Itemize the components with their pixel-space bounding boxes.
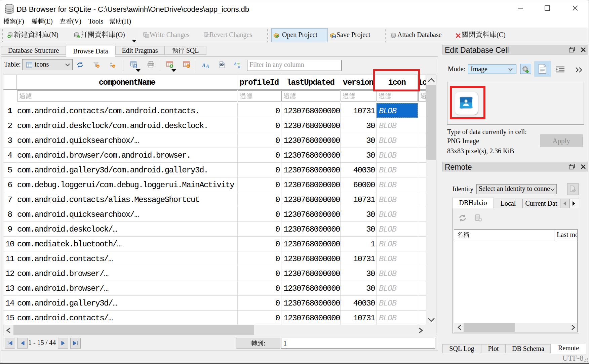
svg-text:A: A	[202, 62, 206, 69]
svg-text:a: a	[238, 64, 240, 69]
svg-text:b: b	[234, 62, 236, 66]
svg-text:A: A	[205, 63, 209, 69]
